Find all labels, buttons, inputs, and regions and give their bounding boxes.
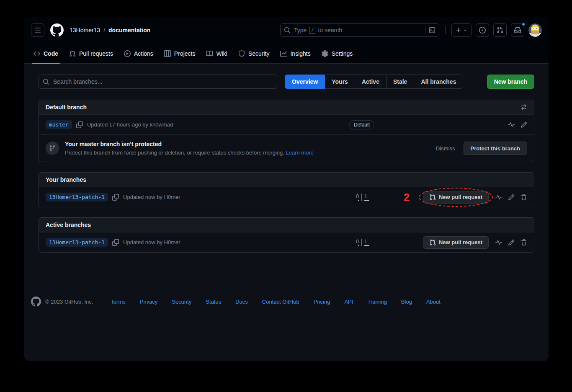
footer-link-contact-github[interactable]: Contact GitHub: [262, 299, 299, 305]
pull-request-icon: [69, 50, 76, 57]
avatar-image: [528, 23, 542, 37]
footer-link-privacy[interactable]: Privacy: [140, 299, 158, 305]
delete-branch-button[interactable]: [520, 194, 527, 201]
ahead-count: 1: [364, 193, 367, 199]
graph-icon: [280, 50, 287, 57]
copy-branch-name-button[interactable]: [76, 121, 83, 128]
branch-updated-text: Updated now by H0mer: [123, 239, 180, 245]
issue-opened-icon: [479, 27, 486, 34]
footer-link-security[interactable]: Security: [172, 299, 191, 305]
search-icon: [284, 27, 291, 34]
behind-bar: [358, 200, 359, 201]
global-search-placeholder: Type / to search: [294, 27, 422, 34]
copy-branch-name-button[interactable]: [112, 239, 119, 246]
rename-branch-button[interactable]: [520, 121, 527, 128]
trash-icon: [520, 239, 527, 246]
dismiss-button[interactable]: Dismiss: [436, 145, 455, 152]
tab-projects[interactable]: Projects: [160, 44, 200, 63]
footer-link-training[interactable]: Training: [367, 299, 386, 305]
delete-branch-button[interactable]: [520, 239, 527, 246]
protect-this-branch-button[interactable]: Protect this branch: [464, 142, 527, 155]
app-header: 13Homer13 / documentation Type / to sear…: [24, 17, 549, 44]
search-placeholder-suffix: to search: [318, 27, 342, 34]
ahead-behind-counter[interactable]: 0 1: [350, 193, 374, 201]
tab-insights[interactable]: Insights: [276, 44, 314, 63]
active-branches-card: Active branches 13Homer13-patch-1 Update…: [39, 217, 534, 253]
global-search-input[interactable]: Type / to search: [280, 23, 439, 37]
shield-icon: [238, 50, 245, 57]
search-icon: [43, 78, 49, 85]
footer-link-api[interactable]: API: [344, 299, 353, 305]
card-title: Your branches: [46, 176, 86, 183]
tab-security[interactable]: Security: [234, 44, 274, 63]
footer-link-about[interactable]: About: [426, 299, 441, 305]
github-logo-icon[interactable]: [50, 23, 64, 37]
tab-label: Security: [248, 50, 270, 57]
header-divider: [445, 26, 446, 34]
rename-branch-button[interactable]: [508, 194, 515, 201]
github-footer-logo-icon: [31, 297, 41, 307]
filter-stale[interactable]: Stale: [386, 75, 414, 89]
breadcrumb-separator: /: [103, 27, 105, 34]
filter-all-branches[interactable]: All branches: [414, 75, 463, 89]
branch-name-link[interactable]: 13Homer13-patch-1: [46, 193, 108, 201]
switch-default-branch-button[interactable]: [520, 104, 527, 111]
main-content: Overview Yours Active Stale All branches…: [24, 64, 549, 253]
tab-actions[interactable]: Actions: [120, 44, 157, 63]
footer-link-docs[interactable]: Docs: [235, 299, 248, 305]
branch-search-input[interactable]: [39, 75, 277, 89]
create-new-button[interactable]: [451, 23, 472, 37]
branch-name-link[interactable]: 13Homer13-patch-1: [46, 238, 108, 247]
branch-name-link[interactable]: master: [46, 120, 72, 129]
tab-settings[interactable]: Settings: [317, 44, 357, 63]
tab-label: Settings: [332, 50, 353, 57]
new-pull-request-label: New pull request: [439, 239, 482, 245]
branch-filter-tabs: Overview Yours Active Stale All branches: [285, 75, 463, 89]
hamburger-menu-button[interactable]: [31, 23, 44, 37]
new-pull-request-button[interactable]: New pull request: [423, 236, 489, 249]
tab-code[interactable]: Code: [29, 44, 62, 63]
rename-branch-button[interactable]: [508, 239, 515, 246]
behind-count: 0: [356, 239, 359, 245]
branch-updated-text: Updated now by H0mer: [123, 194, 180, 200]
slash-key-hint: /: [309, 27, 315, 34]
ahead-count-cell: 1: [362, 193, 374, 201]
protection-title: Your master branch isn't protected: [65, 141, 430, 147]
new-branch-button[interactable]: New branch: [487, 75, 534, 89]
row-actions: [508, 121, 527, 128]
new-pull-request-button[interactable]: New pull request: [423, 191, 489, 204]
tab-pull-requests[interactable]: Pull requests: [65, 44, 117, 63]
filter-active[interactable]: Active: [355, 75, 386, 89]
footer-link-blog[interactable]: Blog: [401, 299, 412, 305]
tab-label: Actions: [134, 50, 153, 57]
branch-activity-button[interactable]: [495, 239, 502, 246]
default-branch-card: Default branch master Updated 17 hours a…: [39, 100, 534, 162]
pull-requests-button[interactable]: [493, 23, 507, 37]
issues-button[interactable]: [476, 23, 489, 37]
card-title: Active branches: [46, 222, 91, 228]
breadcrumb-owner[interactable]: 13Homer13: [70, 27, 100, 34]
avatar[interactable]: [528, 23, 542, 37]
filter-yours[interactable]: Yours: [325, 75, 355, 89]
branch-activity-button[interactable]: [495, 194, 502, 201]
ahead-behind-counter[interactable]: 0 1: [350, 239, 374, 246]
learn-more-link[interactable]: Learn more: [286, 150, 314, 156]
footer-link-status[interactable]: Status: [206, 299, 221, 305]
code-icon: [33, 50, 40, 57]
branches-toolbar: Overview Yours Active Stale All branches…: [39, 75, 534, 89]
inbox-button[interactable]: [511, 23, 524, 37]
caret-down-icon: [463, 28, 468, 33]
tab-wiki[interactable]: Wiki: [202, 44, 231, 63]
footer-link-terms[interactable]: Terms: [111, 299, 125, 305]
tab-label: Insights: [290, 50, 310, 57]
branch-updated-text: Updated 17 hours ago by kn0wmad: [87, 121, 173, 128]
copy-branch-name-button[interactable]: [112, 194, 119, 201]
branch-activity-button[interactable]: [508, 121, 515, 128]
breadcrumb-repo[interactable]: documentation: [108, 27, 150, 34]
behind-count-cell: 0: [350, 193, 362, 201]
footer-link-pricing[interactable]: Pricing: [314, 299, 330, 305]
tab-label: Code: [44, 50, 58, 57]
arrow-switch-icon: [520, 104, 527, 111]
filter-overview[interactable]: Overview: [285, 75, 325, 89]
command-palette-icon[interactable]: [429, 27, 435, 34]
